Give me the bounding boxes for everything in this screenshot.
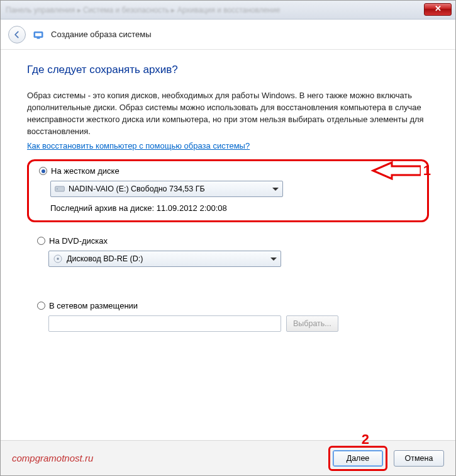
dvd-dropdown[interactable]: Дисковод BD-RE (D:) xyxy=(48,251,281,267)
back-button[interactable] xyxy=(8,26,26,43)
hard-drive-icon xyxy=(55,185,65,193)
radio-hard-disk-row[interactable]: На жестком диске xyxy=(34,166,422,176)
option-dvd: На DVD-дисках Дисковод BD-RE (D:) xyxy=(27,231,429,275)
last-archive-label: Последний архив на диске: xyxy=(50,203,154,213)
network-input-row: Выбрать... xyxy=(48,315,424,332)
radio-hard-disk[interactable] xyxy=(39,167,47,175)
last-archive-value: 11.09.2012 2:00:08 xyxy=(157,203,227,213)
network-path-input[interactable] xyxy=(48,315,281,332)
annotation-box-2: 2 Далее xyxy=(328,446,387,471)
close-button[interactable]: ✕ xyxy=(424,3,452,16)
page-description: Образ системы - это копия дисков, необхо… xyxy=(27,90,429,137)
page-question: Где следует сохранять архив? xyxy=(27,64,429,76)
next-button[interactable]: Далее xyxy=(333,450,383,467)
window-header: Создание образа системы xyxy=(1,20,455,50)
chevron-down-icon xyxy=(270,258,277,261)
svg-rect-2 xyxy=(37,38,40,39)
svg-rect-3 xyxy=(55,186,65,191)
browse-button[interactable]: Выбрать... xyxy=(286,315,338,332)
cancel-button[interactable]: Отмена xyxy=(394,450,444,467)
radio-dvd-row[interactable]: На DVD-дисках xyxy=(32,236,424,246)
breadcrumb: Панель управления ▸ Система и безопаснос… xyxy=(6,6,280,14)
annotation-number-1: 1 xyxy=(423,162,431,179)
radio-dvd[interactable] xyxy=(37,237,45,245)
titlebar: Панель управления ▸ Система и безопаснос… xyxy=(1,1,455,20)
radio-hard-disk-label: На жестком диске xyxy=(51,166,120,176)
dvd-drive-icon xyxy=(53,254,63,264)
radio-network-row[interactable]: В сетевом размещении xyxy=(32,301,424,310)
footer: compgramotnost.ru 2 Далее Отмена xyxy=(1,440,455,475)
svg-rect-1 xyxy=(35,33,42,36)
hard-disk-dropdown[interactable]: NADIN-VAIO (E:) Свободно 734,53 ГБ xyxy=(50,181,283,197)
radio-network-label: В сетевом размещении xyxy=(49,301,138,310)
header-title: Создание образа системы xyxy=(51,30,152,39)
back-arrow-icon xyxy=(13,30,21,39)
radio-dvd-label: На DVD-дисках xyxy=(49,236,108,246)
annotation-number-2: 2 xyxy=(362,431,369,448)
option-hard-disk: На жестком диске NADIN-VAIO (E:) Свободн… xyxy=(27,159,429,222)
option-network: В сетевом размещении Выбрать... xyxy=(27,296,429,339)
last-archive-info: Последний архив на диске: 11.09.2012 2:0… xyxy=(50,203,422,213)
watermark: compgramotnost.ru xyxy=(12,453,93,463)
system-image-icon xyxy=(32,28,45,41)
dvd-selected-text: Дисковод BD-RE (D:) xyxy=(67,254,143,263)
footer-buttons: 2 Далее Отмена xyxy=(328,446,444,471)
help-link[interactable]: Как восстановить компьютер с помощью обр… xyxy=(27,141,250,150)
svg-point-6 xyxy=(57,258,58,260)
content-area: Где следует сохранять архив? Образ систе… xyxy=(1,50,455,354)
chevron-down-icon xyxy=(272,188,279,191)
radio-network[interactable] xyxy=(37,302,45,310)
svg-point-4 xyxy=(57,189,57,190)
close-icon: ✕ xyxy=(435,4,442,13)
hard-disk-selected-text: NADIN-VAIO (E:) Свободно 734,53 ГБ xyxy=(69,184,205,193)
